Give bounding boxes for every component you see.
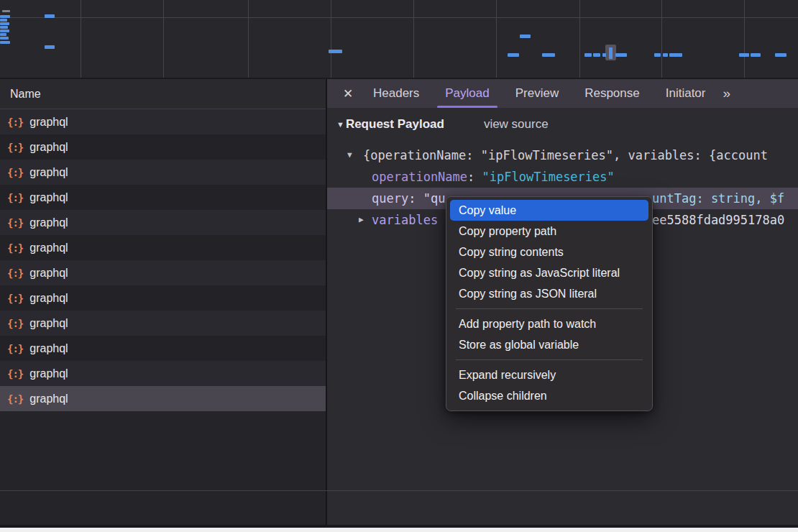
request-name-label: graphql — [29, 116, 68, 129]
waterfall-bar — [602, 53, 606, 57]
waterfall-bar — [0, 37, 9, 40]
waterfall-gridline — [248, 0, 249, 78]
request-name-label: graphql — [29, 342, 68, 355]
view-source-link[interactable]: view source — [484, 117, 549, 132]
request-name-label: graphql — [29, 242, 68, 254]
menu-item-copy-string-as-json-literal[interactable]: Copy string as JSON literal — [446, 283, 652, 304]
network-request-row[interactable]: {:}graphql — [0, 134, 326, 160]
name-column-header[interactable]: Name — [0, 79, 326, 109]
network-overview-waterfall[interactable] — [0, 0, 798, 79]
payload-root-preview: {operationName: "ipFlowTimeseries", vari… — [363, 145, 768, 166]
json-braces-icon: {:} — [7, 318, 23, 329]
waterfall-bar — [45, 14, 55, 18]
waterfall-gridline — [163, 0, 164, 78]
waterfall-gridline — [331, 0, 331, 78]
network-request-row[interactable]: {:}graphql — [0, 311, 326, 336]
request-name-label: graphql — [29, 166, 68, 179]
name-column-label: Name — [10, 88, 41, 101]
request-name-label: graphql — [29, 317, 68, 330]
network-request-row[interactable]: {:}graphql — [0, 361, 326, 386]
waterfall-bar — [0, 41, 10, 44]
json-braces-icon: {:} — [7, 393, 23, 405]
tab-payload[interactable]: Payload — [434, 79, 500, 108]
query-value-fragment: untTag: string, $f — [652, 188, 784, 209]
tab-response[interactable]: Response — [574, 79, 651, 108]
property-key: variables — [372, 213, 438, 227]
menu-item-copy-value[interactable]: Copy value — [450, 200, 648, 221]
network-request-row[interactable]: {:}graphql — [0, 160, 326, 185]
request-name-label: graphql — [29, 191, 68, 204]
waterfall-bar — [739, 53, 749, 57]
detail-tab-bar: ✕ HeadersPayloadPreviewResponseInitiator… — [327, 79, 798, 108]
network-request-row[interactable]: {:}graphql — [0, 109, 326, 134]
network-request-row[interactable]: {:}graphql — [0, 210, 326, 235]
waterfall-bar — [0, 26, 8, 29]
operation-name-row[interactable]: operationName: "ipFlowTimeseries" — [327, 166, 798, 188]
network-request-row[interactable]: {:}graphql — [0, 285, 326, 311]
request-name-label: graphql — [29, 292, 68, 305]
property-value-prefix: "qu — [423, 191, 446, 206]
waterfall-bar — [329, 50, 342, 53]
network-request-row[interactable]: {:}graphql — [0, 185, 326, 210]
waterfall-bar — [609, 47, 613, 59]
json-braces-icon: {:} — [7, 293, 23, 304]
request-list-panel: Name {:}graphql{:}graphql{:}graphql{:}gr… — [0, 79, 326, 527]
menu-item-copy-property-path[interactable]: Copy property path — [446, 221, 652, 242]
menu-item-add-property-path-to-watch[interactable]: Add property path to watch — [446, 313, 652, 334]
waterfall-bar — [0, 15, 10, 18]
json-braces-icon: {:} — [7, 267, 23, 279]
waterfall-bar — [775, 53, 786, 57]
key-separator: : — [408, 191, 423, 206]
menu-item-copy-string-as-javascript-literal[interactable]: Copy string as JavaScript literal — [446, 262, 652, 283]
property-value: "ipFlowTimeseries" — [482, 170, 615, 184]
menu-item-store-as-global-variable[interactable]: Store as global variable — [446, 334, 652, 355]
json-braces-icon: {:} — [7, 167, 23, 178]
request-name-label: graphql — [29, 267, 68, 280]
menu-item-collapse-children[interactable]: Collapse children — [446, 385, 652, 406]
key-separator: : — [467, 170, 482, 184]
waterfall-bar — [751, 53, 761, 57]
close-icon[interactable]: ✕ — [336, 86, 360, 101]
request-name-label: graphql — [29, 141, 68, 154]
variables-preview-fragment: ee5588fdad995178a0 — [652, 209, 784, 231]
menu-item-expand-recursively[interactable]: Expand recursively — [446, 364, 652, 385]
waterfall-gridline — [496, 0, 497, 78]
request-name-label: graphql — [29, 393, 68, 405]
collapse-triangle-icon[interactable]: ▼ — [336, 120, 344, 129]
waterfall-bar — [508, 53, 519, 57]
tab-preview[interactable]: Preview — [505, 79, 569, 108]
tab-headers[interactable]: Headers — [362, 79, 430, 108]
waterfall-bar — [520, 35, 531, 38]
context-menu: Copy valueCopy property pathCopy string … — [446, 196, 653, 411]
menu-item-copy-string-contents[interactable]: Copy string contents — [446, 242, 652, 262]
waterfall-gridline — [81, 0, 81, 78]
waterfall-bar — [0, 33, 6, 36]
page-background-strip — [0, 528, 798, 532]
json-braces-icon: {:} — [7, 217, 23, 229]
expanded-triangle-icon[interactable]: ▼ — [347, 145, 352, 166]
waterfall-gridline — [661, 0, 662, 78]
waterfall-bar — [0, 22, 9, 25]
more-tabs-icon[interactable]: » — [723, 86, 729, 101]
collapsed-triangle-icon[interactable]: ▶ — [359, 209, 364, 231]
waterfall-bar — [615, 53, 627, 57]
waterfall-bar — [663, 53, 668, 57]
waterfall-gridline — [413, 0, 414, 78]
waterfall-bar — [0, 19, 7, 22]
waterfall-bar — [584, 53, 592, 57]
network-request-row[interactable]: {:}graphql — [0, 386, 326, 411]
network-request-row[interactable]: {:}graphql — [0, 235, 326, 260]
tab-initiator[interactable]: Initiator — [655, 79, 717, 108]
waterfall-bar — [0, 29, 9, 32]
waterfall-gridline — [579, 0, 580, 78]
payload-root-row[interactable]: ▼ {operationName: "ipFlowTimeseries", va… — [327, 145, 798, 166]
property-key: operationName — [372, 170, 467, 184]
network-request-row[interactable]: {:}graphql — [0, 336, 326, 361]
waterfall-bar — [45, 45, 55, 49]
json-braces-icon: {:} — [7, 368, 23, 380]
json-braces-icon: {:} — [7, 142, 23, 153]
network-request-row[interactable]: {:}graphql — [0, 260, 326, 285]
menu-separator — [456, 308, 643, 309]
waterfall-gridline — [744, 0, 745, 78]
waterfall-bar — [669, 53, 682, 57]
